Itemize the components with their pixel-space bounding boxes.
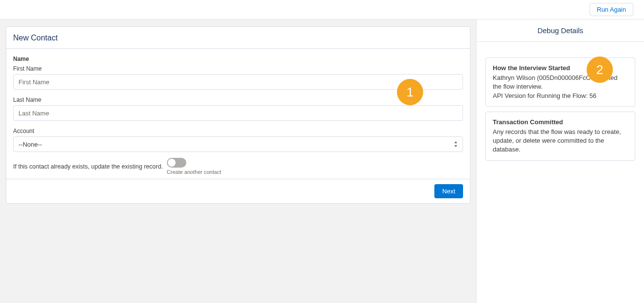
annotation-badge-1: 1: [397, 79, 423, 105]
topbar: Run Again: [0, 0, 644, 19]
first-name-label: First Name: [13, 65, 463, 72]
first-name-input[interactable]: [13, 74, 463, 90]
main-layout: 1 New Contact Name First Name Last Name …: [0, 19, 644, 303]
toggle-description: If this contact already exists, update t…: [13, 163, 163, 170]
left-pane: 1 New Contact Name First Name Last Name …: [0, 19, 477, 303]
debug-details-header: Debug Details: [477, 19, 644, 42]
account-label: Account: [13, 128, 463, 134]
last-name-label: Last Name: [13, 96, 463, 103]
toggle-column: Create another contact: [167, 158, 221, 175]
run-again-button[interactable]: Run Again: [590, 3, 633, 16]
toggle-sublabel: Create another contact: [167, 169, 221, 175]
debug-card-title: Transaction Committed: [493, 118, 628, 127]
account-select[interactable]: --None--: [13, 136, 463, 152]
new-contact-card: New Contact Name First Name Last Name Ac…: [6, 26, 470, 204]
debug-card-body: Any records that the flow was ready to c…: [493, 128, 628, 154]
debug-card-transaction: Transaction Committed Any records that t…: [485, 112, 635, 161]
annotation-badge-2: 2: [587, 57, 613, 83]
card-body: Name First Name Last Name Account --None…: [6, 49, 470, 179]
right-pane: 2 Debug Details How the Interview Starte…: [477, 19, 644, 303]
card-footer: Next: [6, 179, 470, 203]
update-existing-toggle[interactable]: [167, 158, 186, 168]
toggle-row: If this contact already exists, update t…: [13, 158, 463, 175]
account-select-wrapper: --None--: [13, 136, 463, 152]
toggle-knob: [168, 159, 176, 167]
card-title: New Contact: [6, 27, 470, 49]
last-name-input[interactable]: [13, 105, 463, 121]
debug-card-interview: How the Interview Started Kathryn Wilson…: [485, 57, 635, 107]
debug-body: How the Interview Started Kathryn Wilson…: [477, 42, 644, 161]
next-button[interactable]: Next: [434, 184, 463, 198]
name-section-label: Name: [13, 56, 463, 62]
